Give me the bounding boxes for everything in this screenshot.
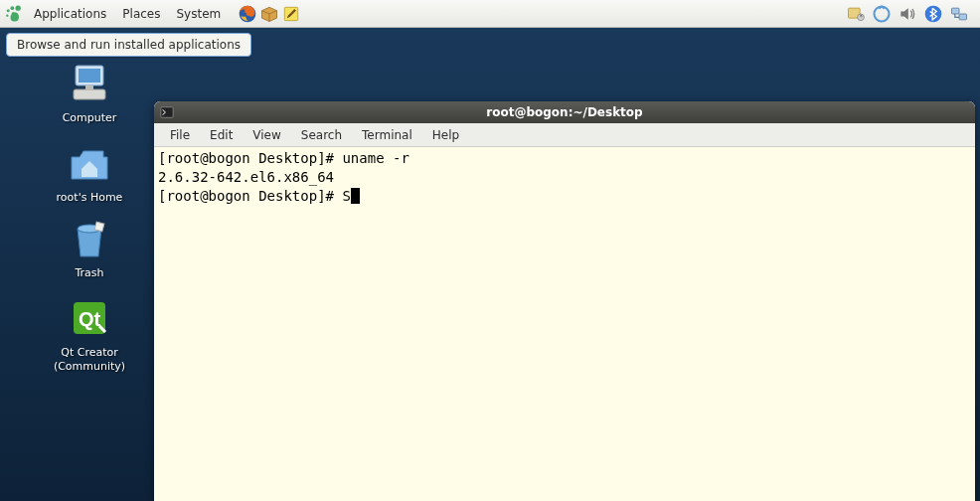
desktop: Computer root's Home Trash Qt: [0, 28, 980, 501]
svg-rect-17: [94, 222, 104, 232]
terminal-menubar: File Edit View Search Terminal Help: [154, 123, 975, 147]
qtcreator-label-line2: (Community): [54, 360, 125, 373]
svg-rect-14: [74, 89, 105, 99]
menu-file[interactable]: File: [160, 125, 200, 145]
terminal-line: [root@bogon Desktop]# S: [158, 188, 351, 204]
sysmon-icon[interactable]: [845, 3, 867, 25]
update-icon[interactable]: [871, 3, 893, 25]
svg-text:Qt: Qt: [79, 308, 101, 330]
volume-icon[interactable]: [897, 3, 918, 25]
svg-rect-10: [952, 8, 960, 14]
svg-rect-13: [79, 69, 100, 83]
menu-view[interactable]: View: [243, 125, 290, 145]
menu-terminal[interactable]: Terminal: [352, 125, 422, 145]
desktop-icon-home[interactable]: root's Home: [30, 139, 149, 205]
desktop-label: root's Home: [30, 191, 149, 205]
bluetooth-icon[interactable]: [922, 3, 944, 25]
titlebar[interactable]: root@bogon:~/Desktop: [154, 101, 975, 123]
desktop-label: Computer: [30, 111, 149, 125]
home-folder-icon: [66, 139, 113, 187]
svg-point-1: [11, 6, 15, 10]
terminal-window: root@bogon:~/Desktop File Edit View Sear…: [154, 101, 975, 501]
menu-help[interactable]: Help: [422, 125, 469, 145]
menu-system[interactable]: System: [168, 3, 229, 25]
terminal-line: 2.6.32-642.el6.x86_64: [158, 169, 334, 185]
svg-rect-20: [161, 107, 173, 118]
desktop-label: Qt Creator (Community): [30, 346, 149, 375]
terminal-line: [root@bogon Desktop]# uname -r: [158, 150, 409, 166]
firefox-icon[interactable]: [237, 3, 258, 25]
desktop-icon-trash[interactable]: Trash: [30, 215, 149, 280]
menu-places[interactable]: Places: [114, 3, 168, 25]
desktop-icon-qtcreator[interactable]: Qt Qt Creator (Community): [30, 294, 149, 375]
notepad-icon[interactable]: [280, 3, 302, 25]
window-title: root@bogon:~/Desktop: [486, 105, 642, 119]
top-panel: Applications Places System: [0, 0, 980, 28]
svg-rect-15: [85, 85, 93, 89]
svg-point-2: [7, 9, 10, 12]
desktop-label: Trash: [30, 266, 149, 280]
desktop-icon-computer[interactable]: Computer: [30, 60, 149, 125]
panel-right: [845, 3, 976, 25]
terminal-icon: [160, 105, 174, 119]
package-icon[interactable]: [258, 3, 280, 25]
menu-edit[interactable]: Edit: [200, 125, 243, 145]
svg-point-8: [875, 6, 890, 21]
menu-search[interactable]: Search: [291, 125, 352, 145]
gnome-foot-icon: [4, 4, 24, 24]
svg-point-0: [16, 5, 21, 10]
terminal-body[interactable]: [root@bogon Desktop]# uname -r 2.6.32-64…: [154, 147, 975, 501]
trash-icon: [66, 215, 113, 262]
panel-left: Applications Places System: [4, 3, 302, 25]
computer-icon: [66, 60, 113, 107]
terminal-cursor: [351, 188, 360, 204]
svg-rect-11: [959, 14, 967, 20]
qtcreator-icon: Qt: [66, 294, 113, 342]
svg-point-3: [6, 14, 8, 16]
menu-applications[interactable]: Applications: [26, 3, 114, 25]
qtcreator-label-line1: Qt Creator: [61, 346, 118, 359]
network-icon[interactable]: [948, 3, 970, 25]
